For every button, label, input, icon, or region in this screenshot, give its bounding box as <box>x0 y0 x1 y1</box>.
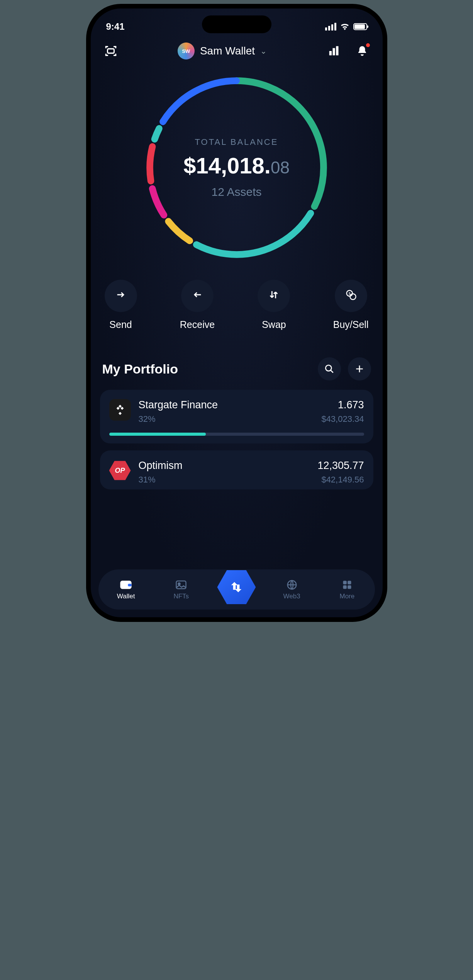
svg-rect-1 <box>329 51 332 55</box>
nav-more-label: More <box>339 593 354 600</box>
svg-rect-16 <box>128 584 131 586</box>
dynamic-island <box>202 15 271 33</box>
svg-rect-21 <box>348 581 351 584</box>
wifi-icon <box>340 23 349 30</box>
grid-icon <box>340 579 354 591</box>
add-button[interactable] <box>348 357 371 380</box>
receive-button[interactable]: Receive <box>180 280 215 330</box>
svg-rect-20 <box>343 581 346 584</box>
total-balance-amount: $14,018.08 <box>183 153 290 178</box>
portfolio-card[interactable]: OP Optimism 31% 12,305.77 $42,149.56 <box>100 450 373 489</box>
send-label: Send <box>109 319 132 330</box>
buysell-label: Buy/Sell <box>333 319 369 330</box>
send-button[interactable]: Send <box>105 280 137 330</box>
svg-point-14 <box>326 365 331 371</box>
svg-rect-17 <box>176 581 186 589</box>
balance-donut-chart: TOTAL BALANCE $14,018.08 12 Assets <box>140 71 333 264</box>
asset-value: $43,023.34 <box>321 414 364 424</box>
bell-icon[interactable] <box>354 42 371 59</box>
bottom-nav: Wallet NFTs Web3 More <box>98 569 375 610</box>
svg-rect-3 <box>336 46 339 56</box>
nav-nfts-label: NFTs <box>173 593 189 600</box>
coins-icon: $ <box>345 289 357 303</box>
portfolio-header: My Portfolio <box>91 334 383 390</box>
nav-center-action[interactable] <box>217 568 256 606</box>
asset-name: Optimism <box>139 460 310 472</box>
wallet-name: Sam Wallet <box>200 45 255 57</box>
swap-icon <box>268 289 279 302</box>
swap-icon <box>229 579 244 595</box>
coin-icon-optimism: OP <box>109 460 131 481</box>
wallet-selector[interactable]: SW Sam Wallet ⌄ <box>178 42 267 59</box>
svg-text:$: $ <box>348 292 350 296</box>
svg-rect-2 <box>333 48 335 56</box>
buysell-button[interactable]: $ Buy/Sell <box>333 280 369 330</box>
asset-pct: 31% <box>139 475 310 485</box>
phone-screen: 9:41 SW Sam Wallet ⌄ <box>91 8 383 617</box>
coin-icon-stargate <box>109 399 131 421</box>
nav-web3-label: Web3 <box>283 593 300 600</box>
svg-point-12 <box>350 294 356 300</box>
image-icon <box>174 579 188 591</box>
portfolio-card[interactable]: Stargate Finance 32% 1.673 $43,023.34 <box>100 390 373 443</box>
asset-amount: 12,305.77 <box>317 460 364 472</box>
asset-name: Stargate Finance <box>139 399 314 411</box>
search-icon <box>324 364 334 374</box>
nav-more[interactable]: More <box>328 579 366 600</box>
nav-web3[interactable]: Web3 <box>273 579 311 600</box>
asset-count: 12 Assets <box>211 185 261 199</box>
notification-badge <box>365 42 371 48</box>
arrow-right-icon <box>115 289 126 302</box>
top-nav: SW Sam Wallet ⌄ <box>91 36 383 63</box>
asset-amount: 1.673 <box>321 399 364 411</box>
portfolio-title: My Portfolio <box>102 362 178 377</box>
balance-center: TOTAL BALANCE $14,018.08 12 Assets <box>140 71 333 264</box>
svg-rect-23 <box>348 585 351 589</box>
svg-rect-0 <box>107 49 114 53</box>
svg-point-18 <box>178 583 180 585</box>
asset-pct: 32% <box>139 414 314 424</box>
nav-wallet-label: Wallet <box>117 593 135 600</box>
allocation-bar <box>109 433 364 436</box>
stats-icon[interactable] <box>325 42 342 59</box>
wallet-icon <box>119 579 133 591</box>
svg-rect-22 <box>343 585 346 589</box>
nav-nfts[interactable]: NFTs <box>162 579 200 600</box>
asset-value: $42,149.56 <box>317 475 364 485</box>
nav-wallet[interactable]: Wallet <box>107 579 145 600</box>
total-balance-label: TOTAL BALANCE <box>195 137 278 147</box>
status-time: 9:41 <box>106 21 125 32</box>
globe-icon <box>285 579 299 591</box>
arrow-left-icon <box>192 289 203 302</box>
cellular-icon <box>325 23 336 31</box>
phone-frame: 9:41 SW Sam Wallet ⌄ <box>86 4 387 622</box>
chevron-down-icon: ⌄ <box>260 46 267 56</box>
battery-icon <box>353 23 367 30</box>
search-button[interactable] <box>318 357 341 380</box>
plus-icon <box>354 364 364 374</box>
scan-icon[interactable] <box>102 42 119 59</box>
swap-button[interactable]: Swap <box>258 280 290 330</box>
action-row: Send Receive Swap $ Buy/Sell <box>91 264 383 334</box>
swap-label: Swap <box>262 319 286 330</box>
wallet-avatar: SW <box>178 42 195 59</box>
status-right <box>325 23 367 31</box>
receive-label: Receive <box>180 319 215 330</box>
